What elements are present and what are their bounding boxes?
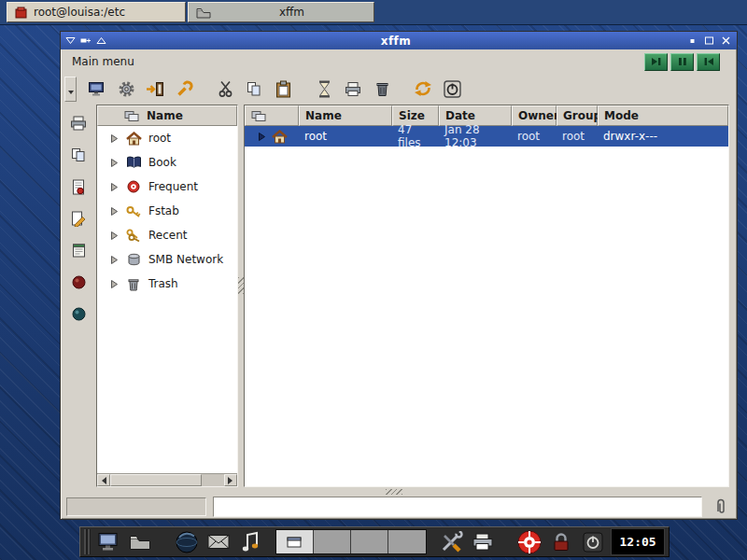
side-red-sphere-button[interactable] — [66, 271, 91, 293]
column-header-mode[interactable]: Mode — [598, 105, 728, 126]
side-edit-button[interactable] — [66, 207, 91, 230]
titlebar[interactable]: xffm — [61, 32, 737, 49]
tree-item-frequent[interactable]: Frequent — [97, 175, 237, 199]
quit-button[interactable] — [439, 77, 465, 102]
close-button[interactable] — [719, 35, 732, 47]
scroll-right-button[interactable] — [224, 474, 237, 486]
maximize-button[interactable] — [702, 35, 715, 47]
side-print-button[interactable] — [66, 112, 91, 134]
trash-button[interactable] — [369, 77, 395, 102]
expander-icon[interactable] — [110, 206, 119, 217]
pager-workspace-4[interactable] — [388, 530, 426, 553]
shade-icon[interactable] — [96, 36, 106, 45]
pager-workspace-1[interactable] — [276, 530, 314, 553]
tree-item-label: Recent — [148, 229, 187, 242]
list-empty-area[interactable] — [245, 147, 728, 486]
print-button[interactable] — [340, 77, 366, 102]
run-button[interactable] — [311, 77, 337, 102]
panel-handle[interactable] — [84, 529, 91, 554]
skip-forward-button[interactable] — [644, 53, 668, 71]
toolbar-detach-handle[interactable] — [64, 77, 77, 102]
scrollbar-thumb[interactable] — [110, 474, 202, 486]
tree-item-trash[interactable]: Trash — [97, 272, 237, 296]
panel-files-button[interactable] — [126, 528, 154, 555]
tree-item-book[interactable]: Book — [97, 150, 237, 175]
panel-monitor-button[interactable] — [94, 528, 122, 555]
tree-item-smb-network[interactable]: SMB Network — [97, 247, 237, 272]
panel-clock[interactable]: 12:05 — [611, 528, 665, 555]
pause-button[interactable] — [670, 53, 694, 71]
tree-rows: root Book Frequent Fstab — [97, 126, 237, 473]
panel-music-button[interactable] — [236, 528, 264, 555]
expander-icon[interactable] — [258, 132, 266, 142]
titlebar-applet-icon[interactable] — [80, 36, 92, 45]
side-copy-button[interactable] — [66, 144, 91, 166]
scrollbar-track[interactable] — [202, 474, 224, 486]
taskbar-item-xffm[interactable]: xffm — [188, 2, 374, 22]
window-menu-icon[interactable] — [65, 36, 76, 45]
cut-button[interactable] — [212, 77, 238, 102]
copy-button[interactable] — [241, 77, 267, 102]
bottom-pane-grip[interactable] — [386, 489, 402, 495]
arrow-right-icon — [228, 477, 236, 484]
attach-button[interactable] — [709, 497, 731, 517]
splitter-grip[interactable] — [238, 277, 244, 294]
main-menu[interactable]: Main menu — [68, 53, 138, 70]
column-header-name[interactable]: Name — [299, 105, 392, 126]
refresh-icon — [414, 80, 432, 97]
expander-icon[interactable] — [110, 133, 119, 144]
column-header-icon[interactable] — [245, 105, 299, 126]
settings-button[interactable] — [113, 77, 139, 102]
tree-item-recent[interactable]: Recent — [97, 223, 237, 247]
panel-tools-button[interactable] — [438, 528, 466, 555]
tree-header[interactable]: Name — [97, 105, 237, 126]
power-icon — [444, 80, 461, 98]
panel-help-button[interactable] — [515, 528, 543, 555]
copy-icon — [71, 147, 86, 162]
column-header-group[interactable]: Group — [557, 105, 598, 126]
panel-lock-button[interactable] — [547, 528, 575, 555]
horizontal-scrollbar[interactable] — [97, 473, 237, 486]
expander-icon[interactable] — [110, 182, 119, 192]
taskbar-item-terminal[interactable]: root@louisa:/etc — [7, 2, 186, 22]
top-taskbar: root@louisa:/etc xffm — [0, 0, 747, 25]
tools-button[interactable] — [171, 77, 197, 102]
tree-item-root[interactable]: root — [97, 126, 237, 150]
lock-icon — [551, 532, 571, 552]
paste-icon — [275, 80, 291, 98]
close-icon — [721, 36, 731, 45]
status-display — [66, 497, 206, 516]
scroll-left-button[interactable] — [97, 474, 110, 486]
tree-item-label: Frequent — [148, 180, 198, 193]
go-exit-button[interactable] — [142, 77, 168, 102]
panel-mail-button[interactable] — [204, 528, 233, 555]
expander-icon[interactable] — [110, 158, 119, 168]
refresh-button[interactable] — [410, 77, 436, 102]
column-header-owner[interactable]: Owner — [512, 105, 557, 126]
terminal-icon — [15, 7, 27, 19]
paste-button[interactable] — [270, 77, 296, 102]
tree-item-label: SMB Network — [148, 253, 223, 266]
command-entry[interactable] — [213, 497, 702, 517]
tree-item-fstab[interactable]: Fstab — [97, 199, 237, 223]
expander-icon[interactable] — [110, 255, 119, 265]
pane-splitter[interactable] — [238, 105, 244, 487]
minimize-button[interactable] — [685, 35, 698, 47]
panel-print-button[interactable] — [469, 528, 497, 555]
side-globe-button[interactable] — [66, 302, 91, 325]
panel-web-button[interactable] — [173, 528, 201, 555]
skip-back-button[interactable] — [697, 53, 720, 71]
expander-icon[interactable] — [110, 231, 119, 241]
side-seal-button[interactable] — [66, 175, 91, 198]
expander-icon[interactable] — [110, 279, 119, 289]
keys-icon — [125, 229, 142, 242]
pager-workspace-3[interactable] — [351, 530, 388, 553]
notepad-icon — [72, 243, 86, 258]
lifering-icon — [125, 180, 142, 193]
side-notes-button[interactable] — [66, 239, 91, 261]
file-row-root[interactable]: root 47 files Jan 28 12:03 root root drw… — [245, 126, 728, 147]
pager-workspace-2[interactable] — [314, 530, 351, 553]
new-window-button[interactable] — [84, 77, 110, 102]
wrench-icon — [176, 80, 193, 98]
panel-power-button[interactable] — [579, 528, 607, 555]
